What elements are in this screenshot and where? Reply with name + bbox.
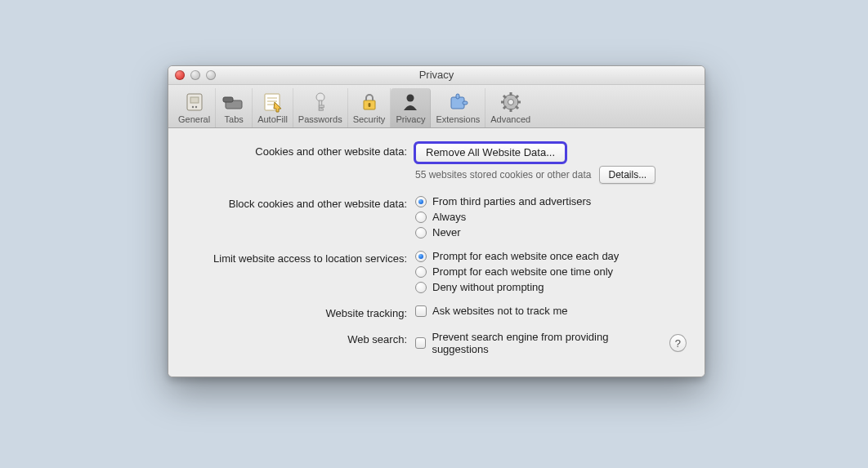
tab-label: AutoFill <box>257 114 288 124</box>
passwords-icon <box>307 90 333 114</box>
tab-label: Privacy <box>396 114 425 124</box>
svg-line-30 <box>503 106 506 109</box>
svg-point-17 <box>407 95 414 102</box>
radio-icon <box>415 227 427 238</box>
radio-icon <box>415 266 427 278</box>
radio-label: Never <box>432 226 461 238</box>
security-icon <box>356 90 383 114</box>
row-tracking: Website tracking: Ask websites not to tr… <box>186 305 687 319</box>
preferences-toolbar: General Tabs AutoFill <box>168 85 705 128</box>
svg-rect-13 <box>319 105 324 107</box>
svg-rect-14 <box>319 109 323 110</box>
general-icon <box>181 90 208 114</box>
tab-advanced[interactable]: Advanced <box>485 88 535 127</box>
radio-label: Deny without prompting <box>432 281 544 293</box>
prevent-suggestions-checkbox[interactable]: Prevent search engine from providing sug… <box>415 331 656 355</box>
radio-label: Always <box>432 211 466 223</box>
cookies-label: Cookies and other website data: <box>186 143 415 158</box>
svg-rect-16 <box>368 103 370 107</box>
svg-rect-19 <box>456 94 459 99</box>
tab-tabs[interactable]: Tabs <box>216 88 253 127</box>
extensions-icon <box>445 90 471 114</box>
window-controls <box>175 70 216 80</box>
radio-icon <box>415 251 427 262</box>
autofill-icon <box>259 90 285 114</box>
svg-line-29 <box>516 96 518 98</box>
tab-label: Extensions <box>436 114 480 124</box>
tab-privacy[interactable]: Privacy <box>391 88 431 127</box>
tab-extensions[interactable]: Extensions <box>431 88 485 127</box>
websearch-label: Web search: <box>186 331 415 345</box>
tab-label: Passwords <box>298 114 342 124</box>
tab-label: Advanced <box>490 114 530 124</box>
radio-label: From third parties and advertisers <box>432 195 591 207</box>
tab-autofill[interactable]: AutoFill <box>253 88 293 127</box>
checkbox-label: Ask websites not to track me <box>432 305 567 317</box>
radio-label: Prompt for each website once each day <box>432 250 619 262</box>
location-label: Limit website access to location service… <box>186 250 415 265</box>
preferences-window: Privacy General Tabs <box>168 65 705 377</box>
block-cookies-option-never[interactable]: Never <box>415 226 461 238</box>
radio-icon <box>415 212 427 223</box>
help-button[interactable]: ? <box>669 334 687 352</box>
cookies-summary: 55 websites stored cookies or other data <box>415 169 591 181</box>
tab-label: Security <box>353 114 386 124</box>
radio-icon <box>415 196 427 207</box>
tabs-icon <box>221 90 247 114</box>
block-cookies-option-third-parties[interactable]: From third parties and advertisers <box>415 195 591 207</box>
zoom-icon[interactable] <box>206 70 216 80</box>
minimize-icon[interactable] <box>190 70 200 80</box>
radio-icon <box>415 282 427 293</box>
checkbox-icon <box>415 337 426 349</box>
row-websearch: Web search: Prevent search engine from p… <box>186 331 687 355</box>
location-option-prompt-each-day[interactable]: Prompt for each website once each day <box>415 250 619 262</box>
svg-point-2 <box>191 106 193 108</box>
block-cookies-label: Block cookies and other website data: <box>186 195 415 210</box>
block-cookies-option-always[interactable]: Always <box>415 211 466 223</box>
checkbox-label: Prevent search engine from providing sug… <box>432 331 656 355</box>
do-not-track-checkbox[interactable]: Ask websites not to track me <box>415 305 567 317</box>
svg-rect-1 <box>190 97 199 103</box>
svg-line-28 <box>516 106 518 109</box>
tab-passwords[interactable]: Passwords <box>293 88 348 127</box>
titlebar: Privacy <box>168 66 705 85</box>
svg-point-22 <box>508 100 513 105</box>
row-block-cookies: Block cookies and other website data: Fr… <box>186 195 687 238</box>
row-cookies: Cookies and other website data: Remove A… <box>186 143 687 184</box>
radio-label: Prompt for each website one time only <box>432 265 613 278</box>
svg-point-3 <box>195 106 196 108</box>
tracking-label: Website tracking: <box>186 305 415 319</box>
remove-all-website-data-button[interactable]: Remove All Website Data... <box>415 143 566 163</box>
location-option-prompt-once[interactable]: Prompt for each website one time only <box>415 265 613 278</box>
svg-rect-5 <box>223 97 233 102</box>
privacy-pane: Cookies and other website data: Remove A… <box>168 128 705 377</box>
details-button[interactable]: Details... <box>599 166 655 184</box>
svg-rect-20 <box>463 101 468 105</box>
tab-label: General <box>178 114 210 124</box>
advanced-icon <box>498 90 524 114</box>
tab-general[interactable]: General <box>173 88 216 127</box>
tab-security[interactable]: Security <box>348 88 391 127</box>
window-title: Privacy <box>419 69 454 81</box>
svg-line-27 <box>503 96 506 98</box>
location-option-deny[interactable]: Deny without prompting <box>415 281 544 293</box>
privacy-icon <box>397 90 423 114</box>
tab-label: Tabs <box>225 114 244 124</box>
checkbox-icon <box>415 305 427 317</box>
close-icon[interactable] <box>175 70 185 80</box>
row-location: Limit website access to location service… <box>186 250 687 293</box>
